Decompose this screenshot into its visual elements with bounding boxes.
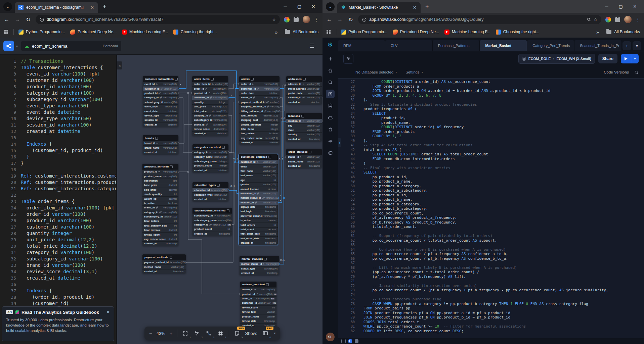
site-info-icon[interactable]	[362, 17, 367, 22]
table-field-row[interactable]: total_spentdecimal	[239, 227, 278, 232]
address-bar[interactable]: dbdiagram.io/d/ecom_int_schema-676a832f5…	[36, 15, 280, 24]
diagram-table-marital_statuses[interactable]: marital_statusesmarital_status_idvarchar…	[240, 256, 279, 275]
table-collapse-icon[interactable]	[170, 256, 172, 259]
table-header[interactable]: addresses	[286, 76, 322, 82]
table-field-row[interactable]: status_namevarchar(100)	[286, 159, 322, 163]
ad-title[interactable]: Read The Analytics Setup Guidebook	[22, 310, 99, 315]
table-field-row[interactable]: status_idvarchar(100)	[239, 95, 280, 100]
table-collapse-icon[interactable]	[266, 283, 269, 286]
diagram-table-orders[interactable]: ordersorder_idvarchar(100)customer_idvar…	[239, 76, 280, 145]
table-field-row[interactable]: avg_review_scoredecimal	[142, 237, 178, 241]
diagram-table-reviews_enriched[interactable]: reviews_enrichedreview_idvarchar(100)pro…	[240, 282, 276, 328]
table-field-row[interactable]: brand_idvarchar(100)	[142, 205, 178, 210]
table-field-row[interactable]: location_idvarchar(100)	[239, 200, 278, 205]
table-field-row[interactable]: brand_idvarchar(100)	[192, 122, 228, 127]
bookmark-item[interactable]: Choosing the right...	[496, 30, 539, 35]
ad-banner[interactable]: AD Read The Analytics Setup Guidebook ✕ …	[2, 306, 114, 341]
table-field-row[interactable]: session_idvarchar(100)	[143, 118, 178, 122]
diagram-table-payment_methods[interactable]: payment_methodspayment_method_idvarchar(…	[142, 254, 186, 274]
table-field-row[interactable]: order_idvarchar(100)NN	[240, 296, 276, 301]
diagram-table-locations[interactable]: locationslocation_idvarchar(100)cityvarc…	[286, 113, 322, 141]
table-field-row[interactable]: customer_idvarchar(100)	[192, 95, 228, 100]
table-field-row[interactable]: base_pricedecimal	[142, 183, 178, 187]
table-field-row[interactable]: marital_status_idvarchar(100)	[239, 196, 278, 200]
table-field-row[interactable]: product_idvarchar(100)NN	[240, 292, 276, 296]
table-field-row[interactable]: status_idvarchar(100)	[286, 155, 322, 159]
dbml-code-editor[interactable]: 1// Transactions2Table customer_interact…	[0, 55, 116, 344]
collapse-editor-icon[interactable]: «	[117, 61, 122, 69]
table-field-row[interactable]: descriptiontext	[142, 179, 178, 183]
auto-arrange-icon[interactable]: 2	[194, 330, 201, 337]
table-field-row[interactable]: emailvarchar(100)	[239, 164, 278, 168]
table-collapse-icon[interactable]	[217, 184, 220, 187]
table-field-row[interactable]: review_datetimestamp	[240, 319, 276, 323]
table-field-row[interactable]: has_reviewboolean	[239, 131, 280, 136]
table-header[interactable]: locations	[286, 113, 322, 119]
table-field-row[interactable]: total_ordersint	[142, 219, 178, 223]
table-field-row[interactable]: product_idvarchar(100)	[142, 169, 178, 174]
browser-tab-dbdiagram[interactable]: ecom_int_schema - dbdiagram.i ✕	[15, 2, 98, 13]
data-icon[interactable]	[326, 101, 335, 110]
table-field-row[interactable]: product_countint	[192, 227, 232, 231]
table-field-row[interactable]: total_pricedecimal(12,2)	[192, 109, 228, 113]
search-icon[interactable]	[326, 78, 335, 87]
table-field-row[interactable]: review_textvarchar	[240, 310, 276, 314]
dbdiagram-logo[interactable]	[3, 41, 14, 51]
worksheet-tab-RFM[interactable]: RFM	[338, 40, 385, 51]
table-field-row[interactable]: subcategory_countinteger	[192, 159, 228, 163]
table-field-row[interactable]: total_quantity_soldint	[142, 224, 178, 228]
table-field-row[interactable]: last_namevarchar(100)	[239, 173, 278, 178]
table-field-row[interactable]: subcategory_idvarchar(100)	[192, 213, 232, 218]
table-field-row[interactable]: customer_idvarchar(100)	[239, 86, 280, 91]
table-field-row[interactable]: created_attimestamp	[286, 137, 322, 141]
user-avatar[interactable]: SL	[326, 333, 335, 341]
diagram-table-brands[interactable]: brandsbrand_idvarchar(100)brand_namevarc…	[143, 135, 178, 154]
table-field-row[interactable]: brand_namevarchar(255)	[143, 145, 178, 150]
table-field-row[interactable]: order_idvarchar(100)	[239, 82, 280, 86]
cloud-icon[interactable]	[326, 113, 335, 122]
bookmark-item[interactable]: Choosing the right...	[173, 30, 217, 35]
table-field-row[interactable]: created_attimestamp	[286, 164, 322, 168]
forward-icon[interactable]: →	[337, 16, 343, 22]
bookmarks-overflow-icon[interactable]: »	[596, 29, 599, 35]
browser-tab-snowflake[interactable]: ❄ Market_Basket - Snowflake ✕	[337, 2, 421, 13]
table-collapse-icon[interactable]	[251, 78, 254, 81]
table-field-row[interactable]: created_attimestamp	[142, 269, 186, 274]
diagram-table-customer_interactions[interactable]: customer_interactionsevent_idvarchar(100…	[143, 76, 178, 127]
tab-close-icon[interactable]: ✕	[412, 5, 417, 10]
diagram-name-field[interactable]: ☁ ecom_int_schema Personal	[21, 41, 121, 51]
settings-menu[interactable]: Settings▾	[405, 70, 423, 74]
table-field-row[interactable]: product_countinteger	[192, 163, 228, 168]
table-field-row[interactable]: review_countint	[142, 232, 178, 237]
reload-icon[interactable]: ↻	[347, 16, 354, 23]
table-field-row[interactable]: category_idvarchar(100)	[192, 150, 228, 154]
profile-avatar[interactable]	[303, 16, 310, 23]
apps-grid-icon[interactable]	[4, 30, 8, 34]
bookmark-item[interactable]: Pretrained Deep Ne...	[393, 30, 439, 35]
bookmark-star-icon[interactable]: ☆	[272, 17, 276, 22]
table-field-row[interactable]: category_idvarchar(100)	[192, 113, 228, 118]
table-header[interactable]: customer_interactions	[143, 76, 178, 82]
table-field-row[interactable]: signup_datetimestamp	[239, 205, 278, 209]
new-worksheet-icon[interactable]: +	[622, 41, 631, 50]
highlight-connections-icon[interactable]: 3	[205, 330, 213, 337]
results-panel-icon[interactable]	[355, 339, 358, 343]
table-collapse-icon[interactable]	[155, 137, 158, 140]
worksheets-icon[interactable]	[326, 90, 335, 98]
database-selector[interactable]: No Database selected▾	[355, 70, 397, 74]
panel-expander-icon[interactable]: ›	[338, 138, 341, 147]
table-field-row[interactable]: unit_pricedecimal(12,2)	[192, 104, 228, 109]
table-field-row[interactable]: education_typevarchar(100)	[192, 192, 228, 197]
table-field-row[interactable]: is_activeboolean	[239, 218, 278, 223]
table-collapse-icon[interactable]	[227, 209, 229, 212]
ad-close-icon[interactable]: ✕	[106, 310, 110, 314]
table-header[interactable]: order_items	[192, 76, 228, 82]
diagram-table-subcategories_enriched[interactable]: subcategories_enrichedsubcategory_idvarc…	[192, 208, 232, 236]
sticky-note-icon[interactable]: PRO 5	[233, 330, 241, 337]
diagram-table-order_statuses[interactable]: order_statusesstatus_idvarchar(100)statu…	[286, 149, 322, 168]
tab-search-icon[interactable]: ⌄	[326, 2, 335, 11]
diagram-table-order_items[interactable]: order_itemsorder_item_idvarchar(100)orde…	[192, 76, 228, 136]
table-header[interactable]: subcategories_enriched	[192, 208, 232, 213]
table-field-row[interactable]: cityvarchar(100)	[286, 123, 322, 128]
site-info-icon[interactable]	[40, 17, 44, 22]
